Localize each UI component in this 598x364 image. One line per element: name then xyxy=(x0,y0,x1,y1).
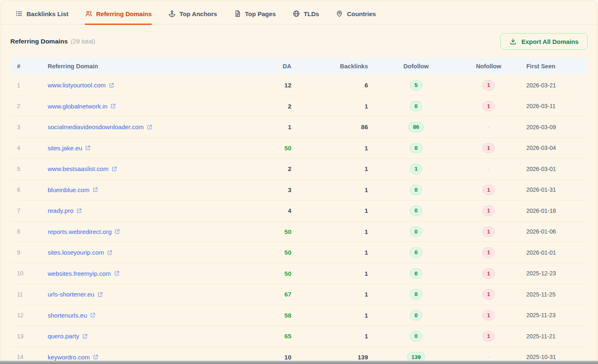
tab-countries[interactable]: Countries xyxy=(336,10,376,25)
dofollow-badge: 86 xyxy=(408,122,424,133)
domain-text: sites.jake.eu xyxy=(48,145,82,152)
nofollow-badge: 1 xyxy=(482,227,495,237)
domain-link[interactable]: shortenurls.eu xyxy=(48,312,96,319)
table-row: 4sites.jake.eu501012026-03-04 xyxy=(10,137,588,159)
domain-text: sites.loseyourip.com xyxy=(48,249,104,256)
domain-link[interactable]: quero.party xyxy=(48,333,88,340)
table-row: 11urls-shortener.eu671012025-11-25 xyxy=(10,284,588,305)
domain-link[interactable]: urls-shortener.eu xyxy=(48,291,103,298)
tab-label: Top Anchors xyxy=(179,10,217,17)
export-all-domains-button[interactable]: Export All Domains xyxy=(500,33,588,50)
dofollow-badge: 0 xyxy=(410,227,422,237)
table-row: 3socialmediavideosdownloader.com18686-20… xyxy=(10,117,588,138)
row-number: 5 xyxy=(10,159,41,180)
nofollow-badge: 1 xyxy=(482,80,495,91)
nofollow-badge: 1 xyxy=(482,247,495,258)
dofollow-badge: 0 xyxy=(410,205,422,216)
domain-link[interactable]: reports.webredirect.org xyxy=(48,228,120,235)
dofollow-badge: 0 xyxy=(410,247,422,258)
domain-link[interactable]: blueinblue.com xyxy=(48,186,98,193)
referring-domains-panel: Backlinks ListReferring DomainsTop Ancho… xyxy=(1,1,597,364)
tab-bar: Backlinks ListReferring DomainsTop Ancho… xyxy=(1,1,597,24)
domain-link[interactable]: ready.pro xyxy=(48,207,82,214)
tab-label: Countries xyxy=(347,10,376,17)
external-link-icon xyxy=(85,145,91,151)
dofollow-badge: 0 xyxy=(410,143,422,154)
tab-top-anchors[interactable]: Top Anchors xyxy=(168,10,217,25)
table-row: 7ready.pro41012026-01-18 xyxy=(10,200,588,222)
empty-value: - xyxy=(488,124,490,130)
backlinks-value: 1 xyxy=(298,326,375,347)
tab-top-pages[interactable]: Top Pages xyxy=(234,10,276,25)
row-number: 2 xyxy=(10,96,41,117)
da-value: 2 xyxy=(288,165,291,172)
domain-link[interactable]: sites.jake.eu xyxy=(48,145,91,152)
external-link-icon xyxy=(90,312,96,318)
domain-text: socialmediavideosdownloader.com xyxy=(48,123,144,130)
backlinks-value: 6 xyxy=(298,75,375,96)
domain-link[interactable]: www.bestsaaslist.com xyxy=(48,165,117,172)
da-value: 50 xyxy=(284,249,291,256)
row-number: 11 xyxy=(10,284,41,305)
domain-link[interactable]: websites.freemyip.com xyxy=(48,270,120,277)
tab-label: Referring Domains xyxy=(96,10,152,17)
page-icon xyxy=(234,10,241,17)
tab-referring-domains[interactable]: Referring Domains xyxy=(85,10,152,25)
tab-label: Top Pages xyxy=(245,10,276,17)
total-count: (29 total) xyxy=(71,38,95,45)
dofollow-badge: 0 xyxy=(410,268,422,279)
row-number: 7 xyxy=(10,200,41,222)
nofollow-badge: 1 xyxy=(482,185,495,195)
domain-text: urls-shortener.eu xyxy=(48,291,94,298)
tab-tlds[interactable]: TLDs xyxy=(293,10,320,25)
domain-link[interactable]: www.globalnetwork.in xyxy=(48,103,116,110)
backlinks-value: 86 xyxy=(298,117,375,138)
first-seen-value: 2025-11-21 xyxy=(520,326,588,347)
first-seen-value: 2026-03-01 xyxy=(520,159,588,180)
external-link-icon xyxy=(147,124,153,130)
nofollow-badge: 1 xyxy=(482,143,495,154)
section-header: Referring Domains (29 total) Export All … xyxy=(1,24,597,58)
domain-link[interactable]: keywordro.com xyxy=(48,354,99,361)
backlinks-value: 1 xyxy=(298,221,375,242)
domain-link[interactable]: www.listyourtool.com xyxy=(48,82,114,89)
external-link-icon xyxy=(114,270,120,276)
column-header-nofollow: Nofollow xyxy=(458,58,520,75)
table-row: 9sites.loseyourip.com501012026-01-01 xyxy=(10,242,588,263)
first-seen-value: 2026-03-11 xyxy=(520,96,588,117)
domain-text: reports.webredirect.org xyxy=(48,228,111,235)
nofollow-badge: 1 xyxy=(482,310,495,321)
nofollow-badge: 1 xyxy=(482,289,495,300)
external-link-icon xyxy=(111,166,117,172)
external-link-icon xyxy=(76,208,82,214)
dofollow-badge: 5 xyxy=(410,80,422,91)
da-value: 4 xyxy=(288,207,291,214)
first-seen-value: 2025-11-23 xyxy=(520,305,588,326)
da-value: 10 xyxy=(284,354,291,361)
table-row: 6blueinblue.com31012026-01-31 xyxy=(10,179,588,200)
download-icon xyxy=(509,38,517,45)
row-number: 6 xyxy=(10,179,41,200)
domain-link[interactable]: sites.loseyourip.com xyxy=(48,249,113,256)
nofollow-badge: 1 xyxy=(482,101,495,112)
first-seen-value: 2026-01-31 xyxy=(520,179,588,200)
table-body: 1www.listyourtool.com126512026-03-212www… xyxy=(10,75,588,364)
row-number: 1 xyxy=(10,75,41,96)
first-seen-value: 2026-03-04 xyxy=(520,137,588,159)
anchor-icon xyxy=(168,10,176,17)
dofollow-badge: 0 xyxy=(410,289,422,300)
row-number: 9 xyxy=(10,242,41,263)
domain-text: www.listyourtool.com xyxy=(48,82,106,89)
tab-backlinks-list[interactable]: Backlinks List xyxy=(15,10,68,25)
domain-link[interactable]: socialmediavideosdownloader.com xyxy=(48,123,153,130)
external-link-icon xyxy=(97,292,103,297)
column-header-: # xyxy=(10,58,41,75)
dofollow-badge: 1 xyxy=(410,164,422,174)
row-number: 4 xyxy=(10,137,41,159)
table-header-row: #Referring DomainDABacklinksDofollowNofo… xyxy=(10,58,588,75)
external-link-icon xyxy=(114,229,120,234)
row-number: 8 xyxy=(10,221,41,242)
domain-text: ready.pro xyxy=(48,207,73,214)
column-header-referring-domain: Referring Domain xyxy=(41,58,240,75)
backlinks-value: 1 xyxy=(298,284,375,305)
